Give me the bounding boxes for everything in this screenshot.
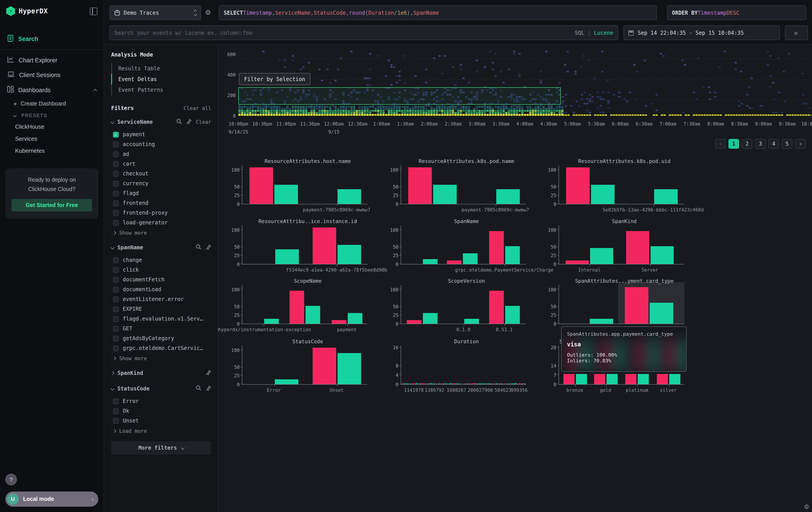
sidebar-item-client-sessions[interactable]: Client Sessions [0,68,104,82]
filter-option-cart[interactable]: cart [111,159,211,169]
heatmap-selection-box[interactable] [238,87,561,105]
filter-option-getadsbycategory[interactable]: getAdsByCategory [111,333,211,343]
pagination-page-1[interactable]: 1 [728,139,739,149]
inlier-bar[interactable] [589,319,613,324]
outlier-bar[interactable] [249,167,273,204]
checkbox[interactable] [113,151,119,157]
filter-option-flagd[interactable]: flagd [111,188,211,198]
filter-option-ok[interactable]: Ok [111,406,211,416]
filter-option-currency[interactable]: currency [111,179,211,188]
filter-option-frontend-proxy[interactable]: frontend-proxy [111,208,211,218]
inlier-bar[interactable] [651,246,674,264]
inlier-bar[interactable] [638,374,649,384]
mini-chart-plot[interactable]: 02550100 [401,225,526,265]
mini-chart-plot[interactable]: 04816 [401,346,526,385]
filter-option-documentload[interactable]: documentLoad [111,285,211,294]
clear-filter-button[interactable]: Clear [196,119,211,125]
search-icon[interactable] [196,243,201,251]
show-more-link[interactable]: Show more [111,353,211,361]
checkbox[interactable] [113,190,119,196]
pin-icon[interactable] [205,369,211,377]
filter-option-error[interactable]: Error [111,396,211,406]
outlier-bar[interactable] [657,374,668,384]
source-settings-gear-icon[interactable]: ⚙ [205,8,211,17]
checkbox[interactable] [113,408,119,414]
sidebar-item-chart-explorer[interactable]: Chart Explorer [0,53,104,68]
inlier-bar[interactable] [338,353,361,384]
mini-chart-plot[interactable]: 02550100 [242,225,367,265]
mini-chart-plot[interactable]: 02550100 [242,346,367,385]
filter-option-documentfetch[interactable]: documentFetch [111,275,211,285]
pagination-next[interactable]: › [795,139,806,149]
order-by-input[interactable]: ORDER BY Timestamp DESC [667,5,806,20]
checkbox[interactable] [113,267,119,273]
outlier-bar[interactable] [626,231,649,264]
pagination-page-3[interactable]: 3 [755,139,766,149]
filter-option-payment[interactable]: ✓payment [111,130,211,139]
sidebar-item-presets[interactable]: PRESETS [0,110,104,120]
filter-by-selection-button[interactable]: Filter by Selection [239,73,311,85]
checkbox[interactable] [113,398,119,404]
mini-chart-plot[interactable]: 02550100 [558,225,684,265]
outlier-bar[interactable] [332,320,346,324]
checkbox[interactable] [113,161,119,167]
analysis-mode-results-table[interactable]: Results Table [111,63,211,74]
clear-all-button[interactable]: Clear all [183,105,211,111]
date-range-picker[interactable]: Sep 14 22:04:35 - Sep 15 10:04:35 [624,25,780,40]
checkbox[interactable] [113,316,119,322]
inlier-bar[interactable] [338,245,361,264]
filter-option-frontend[interactable]: frontend [111,198,211,208]
load-more-link[interactable]: Load more [111,426,211,434]
search-icon[interactable] [196,384,201,393]
outlier-bar[interactable] [626,374,637,384]
mini-chart-plot[interactable]: 02550100 [242,165,367,204]
filter-option-accounting[interactable]: accounting [111,139,211,149]
filter-group-header[interactable]: SpanName [111,243,211,251]
outlier-bar[interactable] [566,167,589,204]
language-toggle[interactable]: SQL | Lucene [575,30,613,36]
filter-option-click[interactable]: click [111,265,211,275]
inlier-bar[interactable] [463,253,477,264]
outlier-bar[interactable] [408,167,432,204]
inlier-bar[interactable] [433,185,457,204]
run-query-button[interactable]: ▷ [785,25,808,40]
filter-group-header[interactable]: SpanKind [111,369,211,377]
sql-select-input[interactable]: SELECT Timestamp, ServiceName, StatusCod… [219,5,657,20]
checkbox[interactable] [113,220,119,225]
filter-option-expire[interactable]: EXPIRE [111,304,211,314]
filter-option-ad[interactable]: ad [111,149,211,159]
checkbox[interactable] [113,277,119,282]
mini-chart-plot[interactable]: 02550100 [242,285,367,324]
mini-chart-plot[interactable]: 02550100 [401,285,526,324]
outlier-bar[interactable] [313,348,336,384]
inlier-bar[interactable] [576,374,587,384]
checkbox[interactable]: ✓ [113,132,119,137]
more-filters-button[interactable]: More filters [111,441,211,455]
sidebar-item-create-dashboard[interactable]: +Create Dashboard [0,98,104,110]
outlier-bar[interactable] [594,374,605,384]
inlier-bar[interactable] [464,319,479,324]
filter-group-header[interactable]: ServiceNameClear [111,117,211,126]
checkbox[interactable] [113,287,119,292]
get-started-button[interactable]: Get Started for Free [11,199,92,212]
filter-option-get[interactable]: GET [111,324,211,333]
help-button[interactable]: ? [5,474,17,485]
checkbox[interactable] [113,335,119,341]
outlier-bar[interactable] [566,261,589,264]
sidebar-item-services[interactable]: Services [0,133,104,145]
inlier-bar[interactable] [496,189,520,204]
events-heatmap[interactable] [238,49,811,116]
pagination-page-4[interactable]: 4 [768,139,779,149]
pin-icon[interactable] [205,243,211,251]
search-icon[interactable] [176,117,182,126]
settings-gear-icon[interactable]: ⚙ [804,503,809,510]
sidebar-item-dashboards[interactable]: Dashboards [0,82,104,98]
checkbox[interactable] [113,171,119,177]
show-more-link[interactable]: Show more [111,227,211,236]
checkbox[interactable] [113,181,119,186]
outlier-bar[interactable] [489,231,504,264]
mini-chart-plot[interactable]: 02550100 [401,165,526,204]
pagination-page-5[interactable]: 5 [782,139,792,149]
checkbox[interactable] [113,306,119,312]
sidebar-item-clickhouse[interactable]: ClickHouse [0,120,104,133]
